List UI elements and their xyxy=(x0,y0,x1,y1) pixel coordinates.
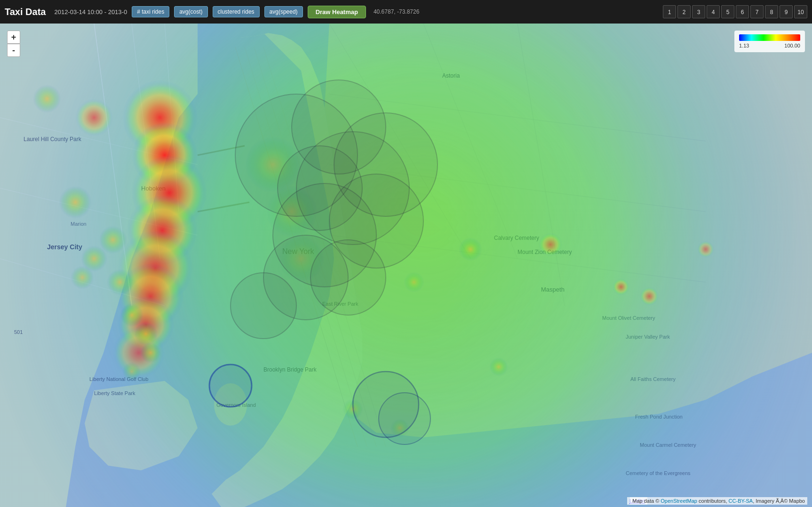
heatmap-canvas xyxy=(0,24,812,507)
page-3[interactable]: 3 xyxy=(692,5,705,18)
draw-heatmap-button[interactable]: Draw Heatmap xyxy=(308,6,366,18)
filter-clustered-rides[interactable]: clustered rides xyxy=(213,6,260,17)
legend-labels: 1.13 100.00 xyxy=(739,43,800,48)
page-9[interactable]: 9 xyxy=(780,5,793,18)
heatmap-legend: 1.13 100.00 xyxy=(734,31,805,52)
map-attribution: Map data © OpenStreetMap contributors, C… xyxy=(630,497,807,505)
zoom-out-button[interactable]: - xyxy=(7,44,20,57)
legend-gradient xyxy=(739,34,800,41)
top-bar: Taxi Data 2012-03-14 10:00 - 2013-0 # ta… xyxy=(0,0,812,24)
date-range: 2012-03-14 10:00 - 2013-0 xyxy=(54,8,127,16)
zoom-controls: + - xyxy=(7,31,20,57)
page-4[interactable]: 4 xyxy=(707,5,720,18)
page-2[interactable]: 2 xyxy=(677,5,691,18)
filter-avg-speed[interactable]: avg(speed) xyxy=(264,6,303,17)
page-7[interactable]: 7 xyxy=(750,5,764,18)
page-5[interactable]: 5 xyxy=(721,5,734,18)
cc-link[interactable]: CC-BY-SA xyxy=(729,498,753,504)
page-1[interactable]: 1 xyxy=(663,5,676,18)
map-coordinates: 40.6787, -73.8726 xyxy=(374,8,419,15)
osm-link[interactable]: OpenStreetMap xyxy=(661,498,697,504)
filter-avg-cost[interactable]: avg(cost) xyxy=(174,6,207,17)
page-6[interactable]: 6 xyxy=(736,5,749,18)
filter-taxi-rides[interactable]: # taxi rides xyxy=(132,6,169,17)
legend-min: 1.13 xyxy=(739,43,749,48)
page-buttons: 1 2 3 4 5 6 7 8 9 10 xyxy=(663,5,807,18)
page-8[interactable]: 8 xyxy=(765,5,778,18)
page-10[interactable]: 10 xyxy=(794,5,807,18)
legend-max: 100.00 xyxy=(784,43,800,48)
zoom-in-button[interactable]: + xyxy=(7,31,20,44)
app-title: Taxi Data xyxy=(5,7,46,17)
map-container[interactable]: Laurel Hill County Park Jersey City Hobo… xyxy=(0,24,812,507)
